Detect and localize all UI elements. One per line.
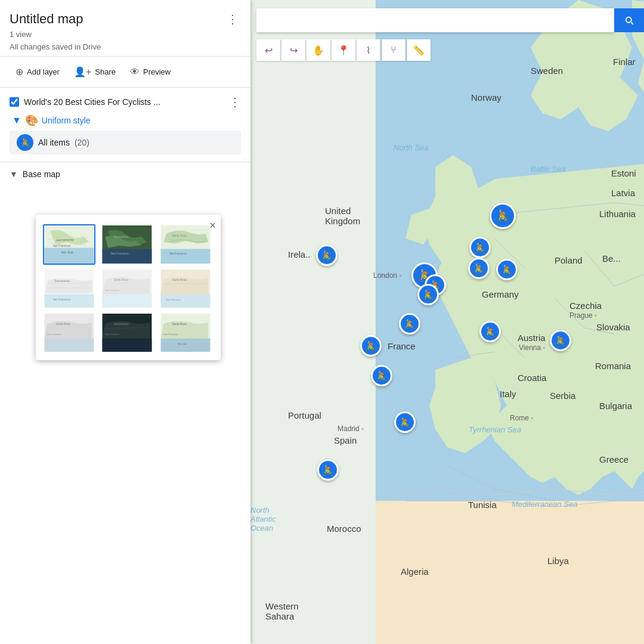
map-toolbar xyxy=(256,8,644,32)
marker-6[interactable]: 🚴 xyxy=(469,237,491,258)
svg-text:San Francisco: San Francisco xyxy=(53,298,71,301)
add-layer-label: Add layer xyxy=(27,67,60,76)
svg-text:Sacramento: Sacramento xyxy=(114,323,129,326)
line-button[interactable]: ⌇ xyxy=(357,39,380,61)
pan-button[interactable]: ✋ xyxy=(306,39,330,61)
marker-10[interactable]: 🚴 xyxy=(479,321,501,342)
share-button[interactable]: 👤+ Share xyxy=(68,63,122,81)
view-count: 1 view xyxy=(10,30,241,39)
svg-rect-48 xyxy=(103,338,152,352)
layer-title-group: World's 20 Best Cities For Cyclists ... xyxy=(10,97,160,107)
basemap-row: ▼ Base map xyxy=(10,169,241,179)
marker-14[interactable]: 🚴 xyxy=(394,411,416,433)
marker-1[interactable]: 🚴 xyxy=(316,244,338,266)
basemap-thumb-5[interactable]: Santa Rosa San Francisco xyxy=(159,268,212,309)
directions-button[interactable]: ⑂ xyxy=(382,39,405,61)
basemap-thumb-1[interactable]: Sacramento San Francisco xyxy=(101,224,153,265)
svg-rect-25 xyxy=(160,249,210,264)
uniform-style-label[interactable]: Uniform style xyxy=(42,116,91,125)
svg-text:Santa Rosa: Santa Rosa xyxy=(172,234,187,237)
basemap-thumb-6[interactable]: Santa Rosa San Francisco xyxy=(43,312,95,353)
svg-text:San Francisco: San Francisco xyxy=(111,252,129,255)
svg-text:Santa Rosa: Santa Rosa xyxy=(172,278,187,281)
toolbar: ⊕ Add layer 👤+ Share 👁 Preview xyxy=(0,57,250,88)
all-items-row[interactable]: 🚴 All items (20) xyxy=(10,131,241,154)
redo-button[interactable]: ↪ xyxy=(281,39,305,61)
marker-9[interactable]: 🚴 xyxy=(399,313,420,335)
marker-button[interactable]: 📍 xyxy=(332,39,355,61)
svg-text:San Francisco: San Francisco xyxy=(53,244,71,247)
layer-more-icon[interactable]: ⋮ xyxy=(229,95,241,109)
svg-text:Sacramento: Sacramento xyxy=(114,236,129,239)
uniform-style-row: ▼ 🎨 Uniform style xyxy=(10,114,241,127)
basemap-thumb-8[interactable]: Santa Rosa San Francisco San Jose xyxy=(159,312,212,353)
layers-icon: ⊕ xyxy=(16,66,23,78)
marker-15[interactable]: 🚴 xyxy=(317,459,339,481)
svg-text:Sacramento: Sacramento xyxy=(55,280,70,283)
map-tools: ↩ ↪ ✋ 📍 ⌇ ⑂ 📏 xyxy=(256,39,431,61)
sidebar: Untitled map ⋮ 1 view All changes saved … xyxy=(0,0,250,644)
basemap-section: ▼ Base map xyxy=(0,162,250,186)
search-button[interactable] xyxy=(614,8,644,32)
marker-8[interactable]: 🚴 xyxy=(496,259,518,280)
svg-text:San Francisco: San Francisco xyxy=(163,333,178,336)
svg-text:San Francisco: San Francisco xyxy=(169,252,187,255)
marker-13[interactable]: 🚴 xyxy=(371,365,392,386)
title-row: Untitled map ⋮ xyxy=(10,10,241,29)
basemap-collapse-icon[interactable]: ▼ xyxy=(10,169,18,179)
search-input[interactable] xyxy=(256,8,614,32)
items-count: (20) xyxy=(75,138,89,147)
basemap-label: Base map xyxy=(23,169,60,179)
svg-rect-21 xyxy=(103,249,152,264)
marker-11[interactable]: 🚴 xyxy=(360,335,382,357)
svg-rect-44 xyxy=(45,338,94,352)
search-icon xyxy=(624,15,634,26)
svg-text:Santa Rosa: Santa Rosa xyxy=(55,323,70,326)
layer-checkbox[interactable] xyxy=(10,97,19,107)
svg-rect-35 xyxy=(103,294,152,308)
collapse-icon[interactable]: ▼ xyxy=(12,115,21,126)
share-icon: 👤+ xyxy=(74,66,91,78)
sidebar-header: Untitled map ⋮ 1 view All changes saved … xyxy=(0,0,250,57)
svg-text:San Jose: San Jose xyxy=(177,343,187,345)
svg-text:San Francisco: San Francisco xyxy=(47,333,61,336)
preview-button[interactable]: 👁 Preview xyxy=(124,63,177,81)
marker-7[interactable]: 🚴 xyxy=(468,258,490,279)
layer-section: World's 20 Best Cities For Cyclists ... … xyxy=(0,88,250,162)
layer-name: World's 20 Best Cities For Cyclists ... xyxy=(24,97,160,107)
marker-5[interactable]: 🚴 xyxy=(490,203,516,229)
svg-text:Santa Rosa: Santa Rosa xyxy=(114,278,129,281)
basemap-thumb-0[interactable]: Sacramento San Francisco San Jose xyxy=(43,224,95,265)
marker-12[interactable]: 🚴 xyxy=(550,330,571,351)
basemap-picker: × Sacramento San Francisco San Jose xyxy=(36,215,221,360)
preview-label: Preview xyxy=(143,67,171,76)
basemap-grid: Sacramento San Francisco San Jose Sacram… xyxy=(43,224,213,353)
all-items-label: All items xyxy=(38,138,70,147)
svg-text:Santa Rosa: Santa Rosa xyxy=(172,323,187,326)
all-items-icon: 🚴 xyxy=(17,134,33,151)
svg-text:San Jose: San Jose xyxy=(61,251,73,254)
svg-text:San Francisco: San Francisco xyxy=(166,299,181,301)
preview-icon: 👁 xyxy=(130,67,140,78)
basemap-thumb-7[interactable]: Sacramento San Francisco xyxy=(101,312,153,353)
ruler-button[interactable]: 📏 xyxy=(407,39,431,61)
more-options-icon[interactable]: ⋮ xyxy=(224,10,241,29)
basemap-thumb-2[interactable]: Santa Rosa San Francisco xyxy=(159,224,212,265)
basemap-thumb-3[interactable]: Sacramento San Francisco xyxy=(43,268,95,309)
add-layer-button[interactable]: ⊕ Add layer xyxy=(10,63,66,81)
share-label: Share xyxy=(95,67,116,76)
map-title: Untitled map xyxy=(10,11,83,27)
basemap-thumb-4[interactable]: Santa Rosa San Francisco xyxy=(101,268,153,309)
svg-rect-14 xyxy=(45,248,94,264)
svg-text:San Francisco: San Francisco xyxy=(106,289,120,292)
style-icon: 🎨 xyxy=(25,114,38,127)
svg-text:San Francisco: San Francisco xyxy=(106,333,120,336)
save-status: All changes saved in Drive xyxy=(10,42,241,51)
layer-row: World's 20 Best Cities For Cyclists ... … xyxy=(10,95,241,109)
undo-button[interactable]: ↩ xyxy=(256,39,280,61)
marker-4[interactable]: 🚴 xyxy=(417,284,439,305)
